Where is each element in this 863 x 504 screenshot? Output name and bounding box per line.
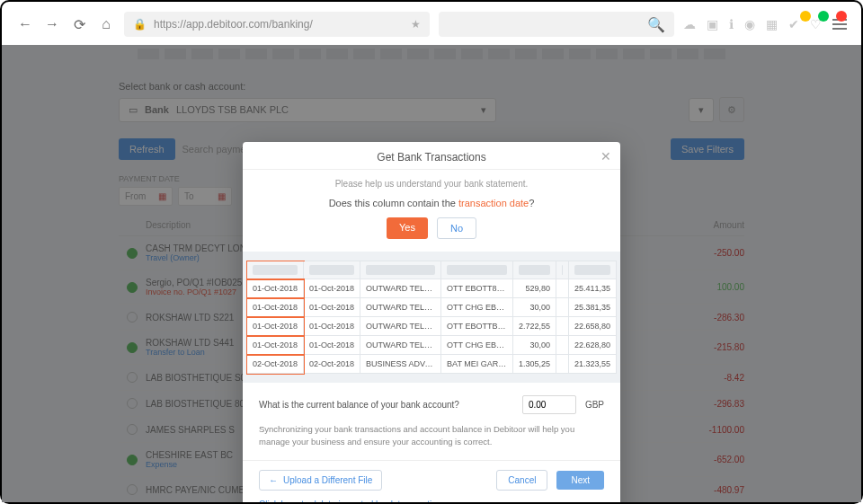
cell: 01-Oct-2018: [247, 279, 304, 298]
cell: 25.411,35: [568, 279, 616, 298]
home-icon[interactable]: ⌂: [97, 16, 115, 32]
cell: 22.628,80: [568, 336, 616, 355]
cell: 01-Oct-2018: [304, 336, 360, 355]
table-row: 01-Oct-201801-Oct-2018OUTWARD TELEGRA...…: [247, 279, 617, 298]
cell: 30,00: [513, 298, 556, 317]
lock-icon: 🔒: [133, 18, 147, 31]
modal-help-text: Synchronizing your bank transactions and…: [259, 423, 604, 449]
table-row: 02-Oct-201802-Oct-2018BUSINESS ADVANCE..…: [247, 355, 617, 374]
cell: [556, 298, 569, 317]
cell: OUTWARD TELEGRA...: [360, 279, 441, 298]
browser-search[interactable]: 🔍: [439, 12, 674, 37]
info-icon[interactable]: ℹ: [729, 17, 734, 31]
cell: [556, 279, 569, 298]
cell: OUTWARD TELEGRA...: [360, 298, 441, 317]
cell: BUSINESS ADVANCE...: [360, 355, 441, 374]
delete-imported-link[interactable]: Click here to delete imported bank trans…: [243, 500, 620, 503]
cell: OUTWARD TELEGRA...: [360, 317, 441, 336]
col-6-header[interactable]: [556, 261, 569, 279]
cell: 02-Oct-2018: [304, 355, 360, 374]
preview-table: 01-Oct-201801-Oct-2018OUTWARD TELEGRA...…: [246, 261, 617, 374]
bookmark-star-icon[interactable]: ★: [411, 18, 421, 31]
col-7-header[interactable]: [568, 261, 616, 279]
cancel-button[interactable]: Cancel: [496, 470, 547, 491]
col-1-header[interactable]: [247, 261, 304, 279]
upload-different-file-button[interactable]: ← Upload a Different File: [259, 470, 382, 491]
table-row: 01-Oct-201801-Oct-2018OUTWARD TELEGRA...…: [247, 298, 617, 317]
balance-input[interactable]: [522, 395, 576, 414]
cell: 01-Oct-2018: [304, 317, 360, 336]
address-bar[interactable]: 🔒 https://app.debitoor.com/banking/ ★: [124, 12, 430, 37]
table-row: 01-Oct-201801-Oct-2018OUTWARD TELEGRA...…: [247, 336, 617, 355]
cell: 529,80: [513, 279, 556, 298]
modal-title: Get Bank Transactions: [377, 151, 485, 164]
cell: OUTWARD TELEGRA...: [360, 336, 441, 355]
dot-minimize-icon: [800, 11, 811, 22]
no-button[interactable]: No: [437, 217, 476, 239]
cell: [556, 355, 569, 374]
cell: 02-Oct-2018: [247, 355, 304, 374]
cell: 01-Oct-2018: [247, 317, 304, 336]
url-text: https://app.debitoor.com/banking/: [154, 18, 313, 31]
cell: [556, 317, 569, 336]
cell: 01-Oct-2018: [247, 298, 304, 317]
modal-question: Does this column contain the transaction…: [243, 192, 620, 217]
close-icon[interactable]: ✕: [601, 149, 611, 164]
cell: 30,00: [513, 336, 556, 355]
cell: 1.305,25: [513, 355, 556, 374]
camera-icon[interactable]: ▣: [707, 17, 718, 31]
window-traffic-lights: [800, 11, 847, 22]
browser-toolbar: ← → ⟳ ⌂ 🔒 https://app.debitoor.com/banki…: [2, 2, 861, 45]
col-3-header[interactable]: [360, 261, 441, 279]
search-icon: 🔍: [647, 16, 665, 33]
cell: OTT CHG EBOTTB09...: [441, 298, 513, 317]
col-5-header[interactable]: [513, 261, 556, 279]
forward-icon[interactable]: →: [43, 16, 61, 32]
cell: 21.323,55: [568, 355, 616, 374]
cloud-icon[interactable]: ☁: [683, 17, 696, 31]
briefcase-icon[interactable]: ▦: [766, 17, 778, 31]
cell: BAT MEI GARDEN W...: [441, 355, 513, 374]
next-button[interactable]: Next: [556, 471, 604, 490]
dot-maximize-icon: [818, 11, 829, 22]
cell: OTT EBOTT8093008...: [441, 279, 513, 298]
cell: OTT EBOTTB093008...: [441, 317, 513, 336]
col-2-header[interactable]: [304, 261, 360, 279]
cell: 01-Oct-2018: [247, 336, 304, 355]
cell: 25.381,35: [568, 298, 616, 317]
back-icon[interactable]: ←: [16, 16, 34, 32]
cell: 01-Oct-2018: [304, 298, 360, 317]
cell: 22.658,80: [568, 317, 616, 336]
cell: [556, 336, 569, 355]
cell: OTT CHG EBOTTB09...: [441, 336, 513, 355]
table-row: 01-Oct-201801-Oct-2018OUTWARD TELEGRA...…: [247, 317, 617, 336]
cell: 2.722,55: [513, 317, 556, 336]
col-4-header[interactable]: [441, 261, 513, 279]
yes-button[interactable]: Yes: [387, 217, 428, 239]
dot-close-icon: [836, 11, 847, 22]
arrow-left-icon: ←: [269, 475, 278, 485]
balance-question: What is the current balance of your bank…: [259, 400, 513, 410]
modal-overlay: Get Bank Transactions ✕ Please help us u…: [2, 45, 861, 502]
modal-subtitle: Please help us understand your bank stat…: [243, 170, 620, 192]
reload-icon[interactable]: ⟳: [70, 16, 88, 33]
broadcast-icon[interactable]: ◉: [744, 17, 755, 31]
get-bank-transactions-modal: Get Bank Transactions ✕ Please help us u…: [243, 142, 620, 502]
cell: 01-Oct-2018: [304, 279, 360, 298]
balance-currency: GBP: [585, 400, 604, 410]
shield-icon[interactable]: ✔: [788, 17, 799, 31]
